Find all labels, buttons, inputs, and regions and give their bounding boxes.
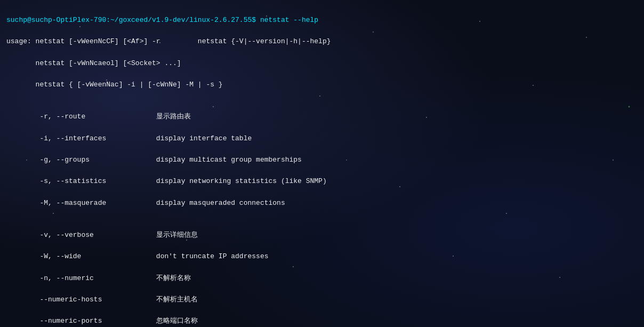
terminal-line-opt_g: -g, --groups display multicast group mem… [6,155,638,165]
terminal-output: suchp@suchp-OptiPlex-790:~/goxceed/v1.9-… [6,4,638,327]
terminal-line-opt_v: -v, --verbose 显示详细信息 [6,230,638,241]
terminal-line-opt_i: -i, --interfaces display interface table [6,133,638,144]
terminal-line-opt_M: -M, --masquerade display masqueraded con… [6,198,638,209]
terminal-line-opt_np: --numeric-ports 忽略端口名称 [6,316,638,326]
terminal-line-opt_nh: --numeric-hosts 不解析主机名 [6,294,638,305]
terminal-line-prompt: suchp@suchp-OptiPlex-790:~/goxceed/v1.9-… [6,15,638,26]
terminal-line-usage3: netstat { [-vWeenNac] -i | [-cWnNe] -M |… [6,79,638,90]
terminal-line-opt_W: -W, --wide don't truncate IP addresses [6,251,638,262]
terminal-line-usage2: netstat [-vWnNcaeol] [<Socket> ...] [6,58,638,69]
terminal-line-usage1: usage: netstat [-vWeenNcCF] [<Af>] -r ne… [6,36,638,47]
terminal-line-opt_s: -s, --statistics display networking stat… [6,176,638,187]
terminal-line-opt_n: -n, --numeric 不解析名称 [6,273,638,284]
terminal-line-opt_r: -r, --route 显示路由表 [6,111,638,122]
